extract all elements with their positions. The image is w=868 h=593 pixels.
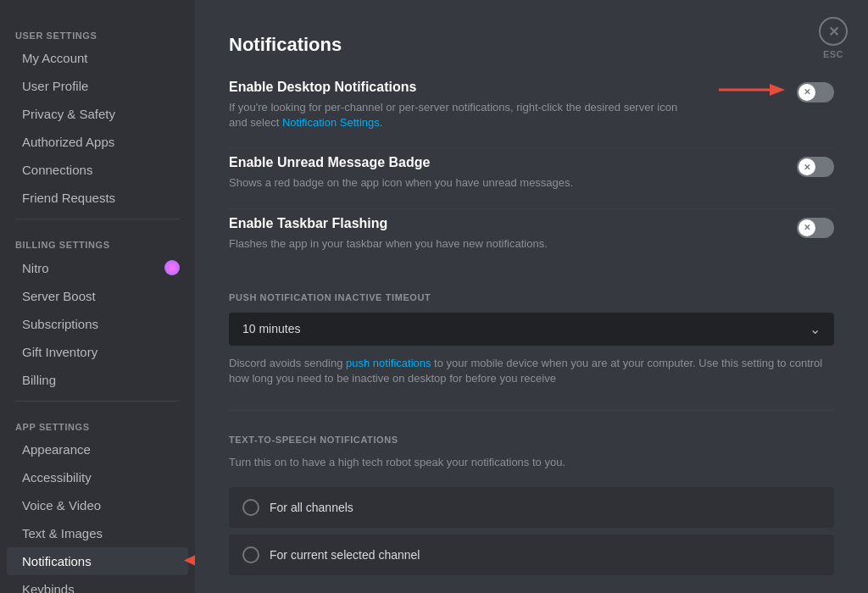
chevron-down-icon: ⌄ [810,321,821,337]
sidebar-item-label-notifications: Notifications [22,554,180,568]
svg-marker-1 [184,554,195,566]
sidebar-item-label-subscriptions: Subscriptions [22,317,180,331]
sidebar-item-label-connections: Connections [22,163,180,177]
sidebar-divider-0 [15,219,180,219]
esc-label: ESC [823,49,843,59]
push-timeout-dropdown[interactable]: 10 minutes⌄ [229,313,834,346]
sidebar-item-label-user-profile: User Profile [22,79,180,93]
sidebar-item-label-my-account: My Account [22,51,180,65]
sidebar-item-label-accessibility: Accessibility [22,470,180,485]
sidebar-item-authorized-apps[interactable]: Authorized Apps [7,128,188,156]
sidebar-section-label-1: Billing Settings [0,226,195,253]
radio-for-current-channel[interactable]: For current selected channel [229,535,834,575]
toggle-enable-desktop-notifications[interactable]: ✕ [797,82,834,103]
setting-desc-enable-desktop-notifications: If you're looking for per-channel or per… [229,100,685,130]
setting-desc-enable-unread-badge: Shows a red badge on the app icon when y… [229,175,763,191]
page-title: Notifications [229,34,834,56]
toggle-x-enable-taskbar-flash: ✕ [804,223,810,232]
toggle-enable-taskbar-flash[interactable]: ✕ [797,218,834,238]
setting-label-enable-desktop-notifications: Enable Desktop Notifications [229,80,685,95]
sidebar-item-text-images[interactable]: Text & Images [7,519,188,547]
sidebar-item-label-text-images: Text & Images [22,526,180,540]
red-arrow-left-indicator [184,551,195,571]
setting-info-enable-taskbar-flash: Enable Taskbar FlashingFlashes the app i… [229,216,797,252]
sidebar-item-voice-video[interactable]: Voice & Video [7,491,188,519]
nitro-icon [164,260,180,275]
esc-circle-icon: ✕ [819,17,848,46]
tts-description: Turn this on to have a high tech robot s… [229,455,834,470]
setting-info-enable-unread-badge: Enable Unread Message BadgeShows a red b… [229,155,797,191]
sidebar-item-label-gift-inventory: Gift Inventory [22,345,180,359]
esc-button[interactable]: ✕ ESC [819,17,848,59]
push-notifications-link[interactable]: push notifications [346,357,431,369]
toggle-knob-enable-unread-badge: ✕ [798,158,815,175]
setting-label-enable-unread-badge: Enable Unread Message Badge [229,155,763,170]
push-timeout-value: 10 minutes [242,322,300,335]
sidebar-section-label-2: App Settings [0,408,195,435]
sidebar-item-label-friend-requests: Friend Requests [22,191,180,205]
sidebar-item-nitro[interactable]: Nitro [7,253,188,282]
setting-info-enable-desktop-notifications: Enable Desktop NotificationsIf you're lo… [229,80,719,130]
radio-label-for-all-channels: For all channels [270,501,353,514]
sidebar-item-my-account[interactable]: My Account [7,44,188,72]
sidebar-item-billing[interactable]: Billing [7,366,188,394]
setting-link-enable-desktop-notifications[interactable]: Notification Settings [282,116,380,129]
setting-controls-enable-desktop-notifications: ✕ [719,80,834,103]
sidebar-item-friend-requests[interactable]: Friend Requests [7,184,188,212]
toggle-knob-enable-taskbar-flash: ✕ [798,219,815,236]
sidebar-item-appearance[interactable]: Appearance [7,435,188,463]
sidebar-item-user-profile[interactable]: User Profile [7,72,188,100]
setting-row-enable-unread-badge: Enable Unread Message BadgeShows a red b… [229,155,834,208]
push-section-divider [229,410,834,411]
sidebar-divider-1 [15,401,180,402]
sidebar-item-accessibility[interactable]: Accessibility [7,463,188,491]
sidebar-item-label-voice-video: Voice & Video [22,498,180,513]
sidebar-item-label-nitro: Nitro [22,261,159,275]
sidebar-item-label-appearance: Appearance [22,442,180,457]
sidebar-item-gift-inventory[interactable]: Gift Inventory [7,338,188,366]
radio-label-for-current-channel: For current selected channel [270,548,420,562]
setting-row-enable-desktop-notifications: Enable Desktop NotificationsIf you're lo… [229,80,834,148]
toggle-x-enable-desktop-notifications: ✕ [804,87,810,97]
setting-row-enable-taskbar-flash: Enable Taskbar FlashingFlashes the app i… [229,216,834,269]
sidebar-item-connections[interactable]: Connections [7,156,188,184]
sidebar-item-label-billing: Billing [22,373,180,387]
setting-label-enable-taskbar-flash: Enable Taskbar Flashing [229,216,763,231]
sidebar-item-privacy-safety[interactable]: Privacy & Safety [7,100,188,128]
toggle-knob-enable-desktop-notifications: ✕ [798,84,815,101]
sidebar-item-keybinds[interactable]: Keybinds [7,575,188,593]
sidebar-section-label-0: User Settings [0,17,195,44]
radio-for-all-channels[interactable]: For all channels [229,487,834,528]
push-timeout-desc: Discord avoids sending push notification… [229,356,834,386]
push-timeout-title: Push Notification Inactive Timeout [229,292,834,302]
svg-marker-3 [770,84,785,96]
sidebar-item-server-boost[interactable]: Server Boost [7,282,188,310]
tts-section-title: Text-to-Speech Notifications [229,435,834,445]
setting-controls-enable-taskbar-flash: ✕ [797,216,834,238]
sidebar-item-label-privacy-safety: Privacy & Safety [22,107,180,121]
setting-desc-enable-taskbar-flash: Flashes the app in your taskbar when you… [229,236,763,252]
radio-circle-for-current-channel [242,546,259,563]
main-content: ✕ ESC Notifications Enable Desktop Notif… [195,0,868,593]
sidebar-item-notifications[interactable]: Notifications [7,547,188,575]
sidebar-item-label-authorized-apps: Authorized Apps [22,135,180,149]
sidebar-item-label-server-boost: Server Boost [22,289,180,303]
sidebar: User SettingsMy AccountUser ProfilePriva… [0,0,195,593]
toggle-enable-unread-badge[interactable]: ✕ [797,157,834,177]
toggle-x-enable-unread-badge: ✕ [804,163,810,172]
sidebar-item-subscriptions[interactable]: Subscriptions [7,310,188,338]
sidebar-item-label-keybinds: Keybinds [22,582,180,593]
radio-circle-for-all-channels [242,499,259,516]
setting-controls-enable-unread-badge: ✕ [797,155,834,177]
red-arrow-right-indicator [719,80,787,103]
